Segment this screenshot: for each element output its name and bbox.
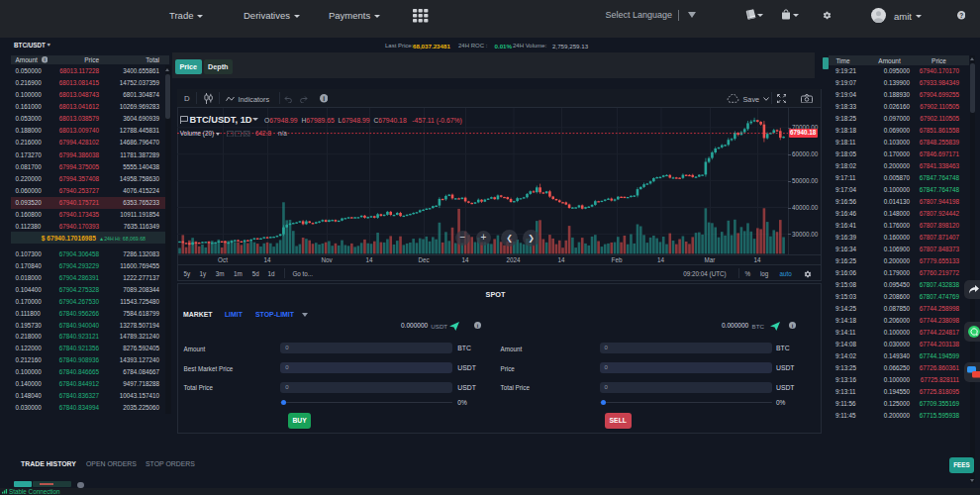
- svg-text:i: i: [323, 95, 325, 102]
- svg-text:?: ?: [959, 12, 963, 19]
